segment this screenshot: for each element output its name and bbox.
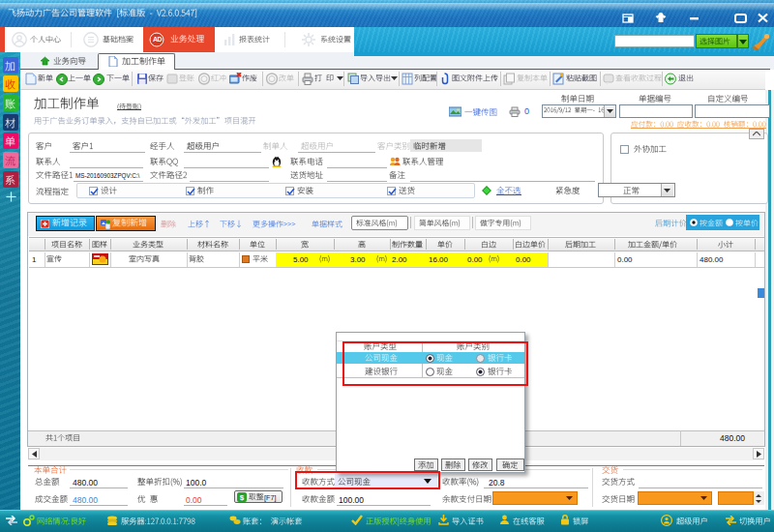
svg-text:$: $ [240,493,245,502]
